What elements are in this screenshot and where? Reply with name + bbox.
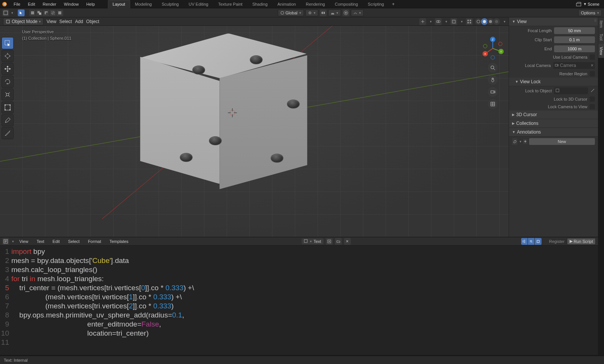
select-intersect-icon[interactable] [50,9,56,16]
lock-camera-checkbox[interactable] [590,104,595,109]
vp-menu-view[interactable]: View [47,19,56,24]
add-workspace-icon[interactable]: + [389,0,398,8]
use-local-camera-checkbox[interactable] [590,54,595,60]
pan-icon[interactable] [488,75,498,85]
menu-render[interactable]: Render [39,1,60,8]
te-menu-select[interactable]: Select [65,238,83,245]
panel-viewlock-header[interactable]: ▼View Lock⠿ [509,78,598,86]
tab-uv[interactable]: UV Editing [184,0,213,8]
perspective-icon[interactable] [488,99,498,109]
add-annotation-icon[interactable]: + [523,139,527,144]
panel-3dcursor-header[interactable]: ▶3D Cursor⠿ [509,110,598,119]
tab-scripting[interactable]: Scripting [363,0,389,8]
line-numbers-icon[interactable] [521,238,528,245]
menu-help[interactable]: Help [83,1,99,8]
npanel-tab-view[interactable]: View [598,44,604,58]
cursor-tool-icon[interactable] [18,9,25,16]
3d-viewport[interactable]: User Perspective (1) Collection | Sphere… [0,17,509,237]
vp-menu-object[interactable]: Object [86,19,100,24]
tool-move[interactable] [2,63,14,75]
shading-rendered-icon[interactable] [493,18,500,25]
tool-rotate[interactable] [2,76,14,88]
clip-start-value[interactable]: 0.1 m [554,36,595,43]
mode-select[interactable]: Object Mode▾ [3,18,44,25]
unlink-text-icon[interactable]: × [344,238,351,245]
tool-cursor[interactable] [2,50,14,62]
tool-transform[interactable] [2,101,14,114]
focal-length-value[interactable]: 50 mm [554,27,595,34]
editor-type-icon[interactable] [2,238,9,245]
new-text-icon[interactable] [326,238,333,245]
select-new-icon[interactable] [29,9,36,16]
panel-annotations-header[interactable]: ▼Annotations⠿ [509,128,598,137]
menu-window[interactable]: Window [60,1,83,8]
tool-select-box[interactable] [2,37,14,49]
sphere-object[interactable] [180,153,193,162]
menu-file[interactable]: File [10,1,24,8]
tab-sculpting[interactable]: Sculpting [157,0,184,8]
sphere-object[interactable] [192,65,205,75]
syntax-highlight-icon[interactable] [535,238,542,245]
overlays-toggle-icon[interactable] [435,18,442,25]
new-annotation-button[interactable]: New [529,138,595,145]
npanel-tab-item[interactable]: Item [598,17,604,31]
te-menu-view[interactable]: View [16,238,31,245]
tab-compositing[interactable]: Compositing [330,0,363,8]
open-text-icon[interactable] [335,238,342,245]
tool-annotate[interactable] [2,114,14,126]
text-editor-body[interactable]: 1234567891011 import bpymesh = bpy.data.… [0,246,598,355]
sphere-object[interactable] [209,136,222,145]
proportional-falloff-dropdown[interactable]: ▾ [351,9,364,16]
gizmo-visibility-icon[interactable] [419,18,426,25]
select-invert-icon[interactable] [56,9,63,16]
tab-animation[interactable]: Animation [272,0,301,8]
editor-type-icon[interactable] [2,9,9,16]
pivot-dropdown[interactable]: ▾ [305,9,318,16]
cube-object[interactable] [136,33,333,215]
word-wrap-icon[interactable] [528,238,535,245]
lock-to-cursor-checkbox[interactable] [590,96,595,102]
options-dropdown[interactable]: Options▾ [578,9,602,16]
snap-toggle-icon[interactable] [320,9,327,16]
te-menu-format[interactable]: Format [85,238,104,245]
menu-edit[interactable]: Edit [24,1,39,8]
local-camera-field[interactable]: Camera × [553,62,595,69]
lock-to-object-field[interactable] [554,87,588,94]
select-subtract-icon[interactable] [43,9,50,16]
te-menu-text[interactable]: Text [34,238,47,245]
tab-rendering[interactable]: Rendering [301,0,330,8]
vp-menu-add[interactable]: Add [75,19,83,24]
vp-menu-select[interactable]: Select [59,19,72,24]
xray-toggle-icon[interactable] [450,18,457,25]
run-script-button[interactable]: ▶Run Script [567,238,596,245]
axis-gizmo[interactable]: Z X Y [481,36,505,61]
npanel-tab-tool[interactable]: Tool [598,31,604,44]
panel-view-header[interactable]: ▼View⠿ [509,17,598,26]
clip-end-value[interactable]: 1000 m [554,45,595,52]
annotation-layer-icon[interactable] [512,138,517,145]
eyedropper-icon[interactable] [590,88,595,94]
tab-modeling[interactable]: Modeling [130,0,157,8]
tool-scale[interactable] [2,89,14,101]
select-extend-icon[interactable] [36,9,43,16]
snap-type-dropdown[interactable]: ▾ [328,9,341,16]
sphere-object[interactable] [287,100,300,109]
tab-texture[interactable]: Texture Paint [213,0,247,8]
text-datablock-select[interactable]: ▾ Text [302,238,323,244]
sphere-object[interactable] [250,55,263,64]
scene-selector[interactable]: ▾ Scene [573,1,602,7]
tool-measure[interactable] [2,127,14,139]
te-menu-templates[interactable]: Templates [106,238,131,245]
camera-icon[interactable] [488,87,498,97]
clear-icon[interactable]: × [591,63,593,68]
orientation-dropdown[interactable]: Global▾ [278,9,304,16]
render-region-checkbox[interactable] [590,71,595,76]
blender-logo-icon[interactable] [2,1,8,7]
code-area[interactable]: import bpymesh = bpy.data.objects['Cube'… [11,247,598,355]
te-menu-edit[interactable]: Edit [50,238,63,245]
tab-shading[interactable]: Shading [248,0,272,8]
sphere-object[interactable] [271,154,283,163]
zoom-icon[interactable] [488,63,498,73]
tab-layout[interactable]: Layout [108,0,130,8]
proportional-edit-icon[interactable] [342,9,349,16]
